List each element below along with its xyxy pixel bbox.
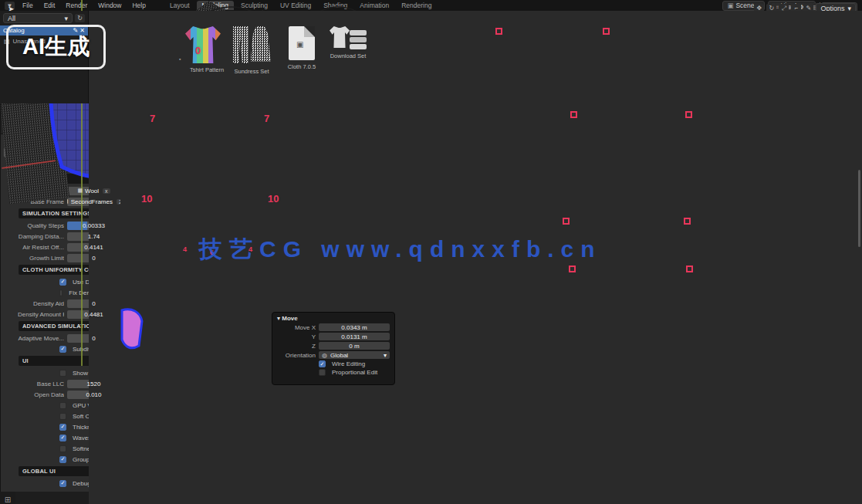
field-label: Move X: [277, 324, 316, 331]
selection-handle[interactable]: [686, 266, 693, 272]
field-suffix-button[interactable]: 2: [117, 199, 120, 205]
asset-label: Sundress Set: [230, 68, 273, 75]
field-value: Wool: [85, 188, 99, 194]
field-value: 1520: [87, 381, 101, 387]
asset-label: Tshirt Pattern: [185, 66, 228, 73]
asset-card-tshirt-color[interactable]: ▪Tshirt Pattern: [185, 26, 228, 73]
field-label: Z: [277, 343, 316, 350]
checkbox-label: Wire Editing: [332, 360, 365, 367]
properties-tab-strip: ⊞▤∗⚙⊙◑▽●: [0, 492, 15, 504]
panel-title: Move: [282, 315, 297, 322]
checkbox[interactable]: [59, 370, 66, 377]
selection-handle[interactable]: [685, 111, 692, 118]
prop-label: Density Amount Re...: [18, 311, 64, 318]
field-value: 0: [92, 335, 95, 342]
selection-handle[interactable]: [495, 28, 502, 35]
value-field[interactable]: ▦SecondFrames2: [67, 198, 120, 206]
asset-thumbnail: ▣: [280, 26, 323, 60]
move-y-field[interactable]: 0.0131 m: [319, 333, 390, 340]
file-icon: ▣: [289, 26, 315, 60]
asset-label: Cloth 7.0.5: [280, 63, 323, 70]
asset-badge-icon: ▪: [179, 56, 181, 62]
ai-generated-watermark: AI生成: [6, 25, 106, 69]
move-z-field[interactable]: 0 m: [319, 342, 390, 350]
checkbox[interactable]: ✓: [59, 424, 66, 431]
asset-thumbnail: [230, 26, 273, 65]
checkbox[interactable]: ✓: [59, 435, 66, 441]
scene-icon: ▣: [727, 2, 733, 9]
field-value: 0.010: [86, 391, 101, 398]
checkbox[interactable]: [59, 445, 66, 452]
checkbox[interactable]: ✓: [59, 480, 66, 487]
selection-handle[interactable]: [563, 218, 570, 225]
tshirt-outline-thumb: [330, 26, 350, 48]
application-window: ▼ FileEditRenderWindowHelp LayoutModelin…: [0, 0, 862, 504]
selection-handle[interactable]: [570, 111, 577, 118]
move-x-field[interactable]: 0.0343 m: [319, 323, 390, 331]
wire-editing-checkbox[interactable]: ✓: [319, 360, 326, 367]
asset-card-pieces[interactable]: Download Set: [326, 26, 370, 59]
checkbox-label: Proportional Edit: [332, 369, 377, 376]
pants-thumb: [233, 26, 248, 63]
prop-label: Base LLC: [18, 381, 64, 387]
datablock-icon: ▦: [77, 188, 83, 194]
field-value: 1.74: [88, 233, 100, 240]
prop-label: Quality Steps: [18, 222, 64, 229]
field-suffix-button[interactable]: x: [103, 188, 110, 194]
field-label: Orientation: [277, 352, 316, 359]
selection-handle[interactable]: [603, 28, 610, 35]
prop-label: Damping Dista...: [18, 233, 64, 240]
asset-label: Download Set: [326, 52, 370, 59]
refresh-icon[interactable]: ↻: [75, 14, 85, 22]
globe-icon: ◍: [322, 352, 327, 359]
chevron-down-icon: ▾: [64, 15, 68, 22]
checkbox[interactable]: [59, 289, 63, 296]
proportional-edit-checkbox[interactable]: [319, 369, 326, 376]
scene-name: Scene: [735, 2, 754, 9]
field-value: 0: [92, 300, 95, 307]
pieces-thumb: [350, 29, 367, 49]
checkbox[interactable]: ✓: [59, 456, 66, 463]
field-value: 0.4141: [84, 244, 103, 251]
checkbox[interactable]: [59, 413, 66, 420]
checkbox[interactable]: ✓: [59, 279, 66, 286]
field-value: 0.00333: [83, 222, 105, 229]
datablock-icon: ▦: [67, 198, 69, 205]
field-label: Y: [277, 333, 316, 340]
dress-thumb: [251, 26, 271, 63]
selection-handle[interactable]: [684, 218, 691, 225]
properties-tab-tool[interactable]: ⊞: [0, 492, 15, 504]
catalog-filter-dropdown[interactable]: All▾: [3, 13, 73, 23]
prop-label: Density Aid: [18, 300, 64, 307]
orientation-dropdown[interactable]: ◍Global▾: [319, 351, 390, 359]
checkbox[interactable]: [59, 402, 66, 409]
checkbox[interactable]: ✓: [59, 346, 66, 353]
field-value: 0.4481: [84, 311, 103, 318]
asset-card-garments-bw[interactable]: Sundress Set: [230, 26, 273, 75]
field-value: SecondFrames: [71, 198, 113, 205]
prop-label: Air Resist Off...: [18, 244, 64, 251]
field-value: 0: [92, 255, 95, 262]
prop-label: Adaptive Move...: [18, 335, 64, 342]
prop-label: Growth Limit: [18, 255, 64, 262]
tshirt-thumb: [185, 26, 221, 63]
chevron-down-icon: ▾: [384, 352, 387, 359]
site-watermark: 技艺CG www.qdnxxfb.cn: [199, 234, 724, 266]
move-operator-panel[interactable]: ▾ Move Move X0.0343 m Y0.0131 m Z0 m Ori…: [272, 312, 395, 385]
asset-card-file[interactable]: ▣Cloth 7.0.5: [280, 26, 323, 70]
scrollbar[interactable]: [858, 170, 860, 247]
asset-thumbnail: [326, 26, 370, 49]
asset-thumbnail: ▪: [185, 26, 228, 63]
selection-handle[interactable]: [569, 266, 576, 272]
menu-file[interactable]: File: [18, 1, 38, 10]
prop-label: Open Data: [18, 391, 64, 398]
